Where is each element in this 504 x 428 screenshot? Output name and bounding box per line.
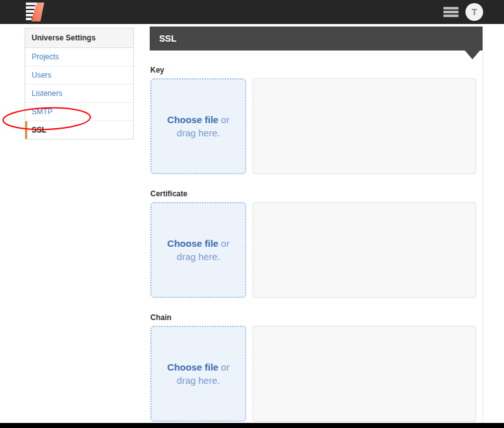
dropzone-text: Choose file or drag here.	[161, 113, 236, 140]
key-content-field[interactable]	[253, 78, 476, 174]
dropzone-text: Choose file or drag here.	[161, 360, 236, 387]
caret-down-icon	[465, 51, 480, 59]
certificate-section: Certificate Choose file or drag here.	[150, 189, 476, 298]
avatar-initial: T	[472, 7, 477, 17]
chain-section: Chain Choose file or drag here.	[150, 313, 476, 422]
hamburger-menu-icon[interactable]	[443, 7, 459, 17]
page-title: SSL	[159, 33, 176, 44]
dropzone-text: Choose file or drag here.	[161, 237, 236, 263]
panel-body: Key Choose file or drag here. Certificat…	[150, 51, 483, 428]
panel-header: SSL	[150, 27, 483, 51]
sidebar-item-ssl[interactable]: SSL	[25, 121, 133, 139]
topbar: T	[0, 0, 504, 24]
sidebar-item-users[interactable]: Users	[25, 66, 133, 85]
sidebar-item-projects[interactable]: Projects	[25, 48, 133, 66]
app-window: T Universe Settings Projects Users Liste…	[0, 0, 504, 428]
certificate-dropzone[interactable]: Choose file or drag here.	[150, 202, 246, 298]
settings-sidebar: Universe Settings Projects Users Listene…	[25, 28, 134, 140]
ssl-panel: SSL Key Choose file or drag here. Cert	[150, 27, 483, 423]
chain-content-field[interactable]	[253, 326, 476, 422]
key-label: Key	[150, 66, 476, 74]
sidebar-item-smtp[interactable]: SMTP	[25, 103, 133, 121]
certificate-content-field[interactable]	[253, 202, 476, 298]
key-dropzone[interactable]: Choose file or drag here.	[150, 78, 246, 174]
sidebar-title: Universe Settings	[25, 28, 133, 48]
key-section: Key Choose file or drag here.	[150, 66, 476, 174]
chain-label: Chain	[150, 313, 476, 322]
user-avatar[interactable]: T	[465, 3, 483, 21]
chain-dropzone[interactable]: Choose file or drag here.	[150, 326, 246, 422]
certificate-label: Certificate	[150, 189, 476, 198]
bottom-border	[0, 423, 504, 428]
sidebar-item-listeners[interactable]: Listeners	[25, 85, 133, 103]
universe-logo-icon	[24, 2, 47, 22]
